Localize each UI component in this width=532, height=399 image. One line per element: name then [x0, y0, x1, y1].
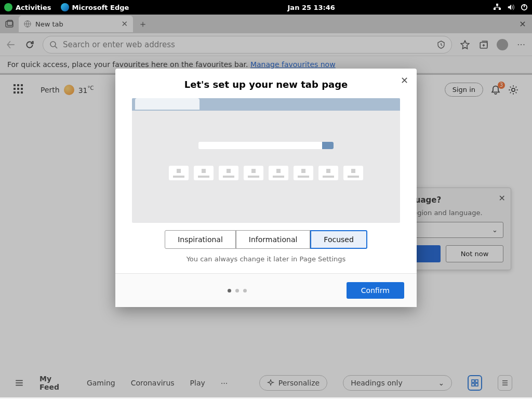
setup-modal: ✕ Let's set up your new tab page Inspira…	[115, 69, 417, 307]
layout-option-informational[interactable]: Informational	[236, 230, 311, 249]
gnome-top-bar: Activities Microsoft Edge Jan 25 13:46	[0, 0, 532, 15]
layout-option-inspirational[interactable]: Inspirational	[165, 230, 236, 249]
modal-step-dots	[128, 289, 347, 292]
layout-segmented-control: Inspirational Informational Focused	[115, 230, 417, 249]
network-icon[interactable]	[494, 4, 501, 11]
activities-button[interactable]: Activities	[4, 3, 51, 11]
confirm-button[interactable]: Confirm	[347, 282, 404, 299]
activities-icon	[4, 3, 12, 11]
edge-icon	[61, 3, 69, 11]
app-menu[interactable]: Microsoft Edge	[61, 3, 129, 11]
modal-hint: You can always change it later in Page S…	[115, 253, 417, 273]
activities-label: Activities	[16, 4, 51, 11]
modal-close-button[interactable]: ✕	[401, 75, 408, 86]
svg-rect-0	[496, 4, 498, 6]
power-icon[interactable]	[521, 4, 528, 11]
gnome-clock[interactable]: Jan 25 13:46	[129, 4, 494, 11]
svg-rect-1	[494, 8, 496, 10]
modal-backdrop-top	[0, 15, 532, 75]
app-label: Microsoft Edge	[72, 4, 129, 11]
modal-title: Let's set up your new tab page	[115, 69, 417, 98]
layout-preview	[132, 98, 400, 223]
volume-icon[interactable]	[507, 4, 514, 11]
svg-rect-2	[499, 8, 501, 10]
layout-option-focused[interactable]: Focused	[310, 230, 367, 249]
